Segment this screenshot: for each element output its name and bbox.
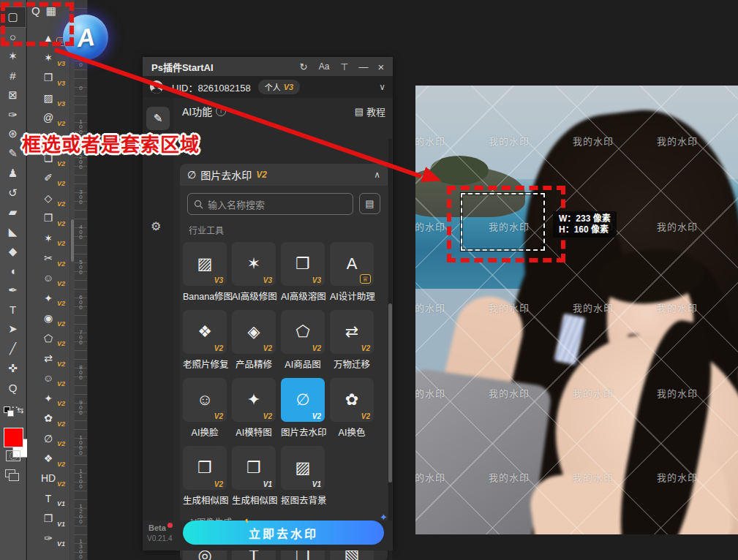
dock-tool-17[interactable]: ⇄V2 [27,348,69,368]
industry-tool-6[interactable]: ◈V2产品精修 [232,310,276,371]
industry-tool-7[interactable]: ⬠V2AI商品图 [281,310,325,371]
line-tool[interactable]: ╱ [0,339,26,359]
dock-tool-21[interactable]: ∅V2 [27,428,69,448]
ruler-label: 100 [78,118,84,134]
industry-tool-11[interactable]: ∅V2图片去水印 [281,378,325,439]
watermark-text: 我的水印 [657,386,698,400]
account-chevron-down-icon[interactable]: ∨ [379,82,385,92]
clone-stamp-tool[interactable]: ♟ [0,164,26,183]
dock-tool-12[interactable]: ✂V2 [27,248,69,268]
dock-tool-11[interactable]: ✶V2 [27,228,69,248]
panel-titlebar[interactable]: Ps插件StartAI ↻ Aa ⊤ — × [143,57,393,76]
dock-tool-14[interactable]: ✦V2 [27,288,69,308]
industry-tool-2[interactable]: ✶V3AI高级修图 [232,242,276,303]
ruler-label: 800 [78,364,84,379]
dock-tool-2[interactable]: ✶V3 [27,48,69,67]
AI商品图-icon: ⬠ [295,324,309,340]
industry-tool-5[interactable]: ❖V2老照片修复 [183,310,227,371]
font-size-icon[interactable]: Aa [315,57,333,76]
history-brush-tool[interactable]: ↺ [0,183,26,203]
dock-zoom-icon[interactable]: Q [31,4,40,18]
industry-tool-12[interactable]: ✿V2AI换色 [330,378,374,439]
industry-tool-8[interactable]: ⇄V2万物迁移 [330,310,374,371]
collapse-chevron-icon[interactable]: ∧ [374,170,380,180]
version-badge: V2 [263,412,272,420]
industry-tool-1[interactable]: ▨V3Banana修图 [183,242,227,303]
dock-tool-23[interactable]: HDV2 [27,469,69,488]
dock-tool-26[interactable]: ✑V1 [27,529,69,548]
startai-logo[interactable]: A [63,15,108,60]
dock-tool-icon: ✦ [44,393,53,404]
account-row[interactable]: UID：8261082158 个人 V3 ∨ [143,76,393,98]
lasso-tool[interactable]: ○ [0,27,26,47]
more-tools[interactable]: ⋯ [0,398,26,417]
search-placeholder: 输入名称搜索 [208,197,265,211]
dodge-tool[interactable]: ◖ [0,261,26,281]
search-input[interactable]: 输入名称搜索 [187,193,353,215]
pen-tool[interactable]: ✒ [0,281,26,300]
brush-tool[interactable]: ✎ [0,144,26,164]
blur-tool[interactable]: ◆ [0,241,26,261]
info-icon[interactable]: i [216,106,226,116]
gradient-tool[interactable]: ◣ [0,222,26,242]
dock-tool-7[interactable]: ❏V2 [27,148,69,167]
tab-edit-tools[interactable]: ✎ [146,107,170,130]
tab-settings[interactable]: ⚙ [151,219,161,233]
tool-label: AI设计助理 [330,289,374,303]
dock-tool-4[interactable]: ▨V3 [27,88,69,107]
crop-tool[interactable]: # [0,66,26,86]
selection-height-label: H：160 像素 [559,224,611,235]
dock-tool-22[interactable]: ❖V2 [27,448,69,468]
dock-tool-20[interactable]: ✿V2 [27,408,69,428]
dock-tool-24[interactable]: TV1 [27,488,69,508]
industry-tool-10[interactable]: ✦V2AI模特图 [232,378,276,439]
hand-tool[interactable]: ✜ [0,358,26,378]
industry-tool-14[interactable]: ❐V1生成相似图 [232,446,276,507]
industry-tool-9[interactable]: ☺V2AI换脸 [183,378,227,439]
dock-tool-13[interactable]: ☺V2 [27,268,69,288]
refresh-icon[interactable]: ↻ [295,57,312,76]
eyedropper-tool[interactable]: ✑ [0,105,26,124]
dock-tool-18[interactable]: ☺V2 [27,368,69,388]
section-header[interactable]: ∅ 图片去水印 V2 ∧ [180,164,388,186]
industry-tool-15[interactable]: ▨V1抠图去背景 [281,446,325,507]
tool-label: 生成相似图 [183,493,227,507]
industry-tool-13[interactable]: ❐V2生成相似图 [183,446,227,507]
dock-pattern-icon[interactable]: ▦ [46,4,56,18]
dock-tool-8[interactable]: ✐V2 [27,168,69,188]
dock-scrollbar-thumb[interactable] [71,219,74,262]
eraser-tool[interactable]: ▰ [0,203,26,222]
close-button[interactable]: × [372,57,390,76]
panel-scrollbar[interactable] [388,139,392,560]
industry-tool-3[interactable]: ❐V3AI高级溶图 [281,242,325,303]
dock-tool-9[interactable]: ◇V2 [27,188,69,208]
dock-tool-16[interactable]: ⬠V2 [27,328,69,348]
rect-marquee-tool[interactable]: ▢ [0,7,26,27]
panel-scrollbar-thumb[interactable] [388,303,392,483]
watermark-text: 我的水印 [415,386,445,400]
dock-tool-5[interactable]: @V2 [27,108,69,128]
minimize-button[interactable]: — [355,57,372,76]
canvas-photo[interactable]: 我的水印我的水印我的水印我的水印我的水印我的水印我的水印我的水印我的水印我的水印… [415,86,738,534]
industry-tool-4[interactable]: A♕AI设计助理 [330,242,374,303]
magic-wand-tool[interactable]: ✶ [0,46,26,66]
slice-tool[interactable]: ⊠ [0,86,26,105]
path-select-tool[interactable]: ➤ [0,319,26,339]
dock-tool-3[interactable]: ❐V3 [27,68,69,88]
ruler-label: 0 [78,61,84,67]
healing-brush-tool[interactable]: ⊛ [0,124,26,144]
dock-tool-10[interactable]: ❐V2 [27,208,69,228]
pin-icon[interactable]: ⊤ [336,57,353,76]
watermark-text: 我的水印 [657,134,698,148]
dock-tool-25[interactable]: ❐V1 [27,508,69,528]
dock-tool-6[interactable]: ▣V2 [27,128,69,148]
dock-tool-15[interactable]: ◉V2 [27,308,69,328]
version-badge: V2 [361,344,370,352]
view-toggle-button[interactable]: ▤ [359,193,380,214]
tutorial-link[interactable]: ▤ 教程 [355,105,385,118]
plugin-dock: Q▦ ▲♕✶V3❐V3▨V3@V2▣V2❏V2✐V2◇V2❐V2✶V2✂V2☺V… [27,0,70,560]
zoom-tool[interactable]: Q [0,378,26,398]
dock-tool-19[interactable]: ✦V2 [27,388,69,408]
remove-watermark-now-button[interactable]: 立即去水印 [183,521,384,545]
type-tool[interactable]: T [0,300,26,319]
